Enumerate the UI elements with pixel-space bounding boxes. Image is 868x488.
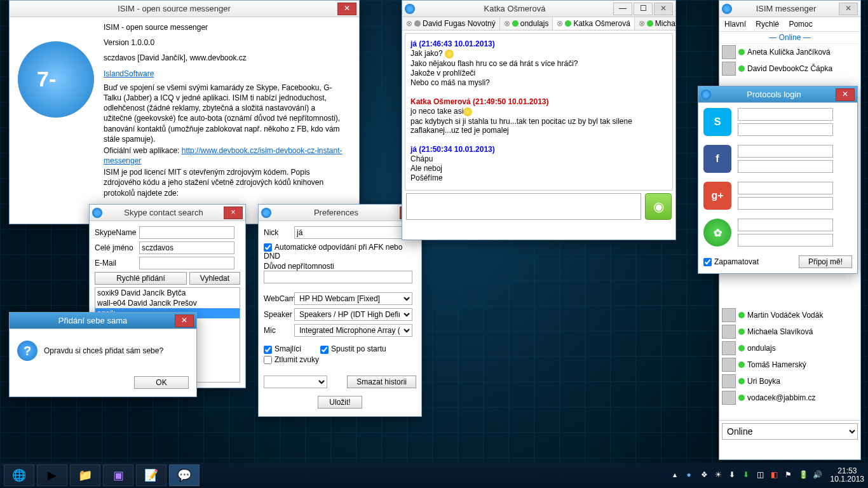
roster-titlebar[interactable]: ISIM messenger ✕	[719, 1, 860, 17]
save-button[interactable]: Uložit!	[318, 396, 362, 409]
chat-input[interactable]	[406, 193, 641, 220]
close-icon[interactable]: ✕	[839, 3, 858, 15]
minimize-icon[interactable]: —	[613, 3, 632, 15]
taskbar-media[interactable]: ▶	[37, 464, 67, 486]
chat-tab[interactable]: ⊗Katka Ošmerová	[553, 17, 634, 30]
contact-row[interactable]: David DevbookCz Čápka	[719, 60, 860, 77]
label-smiles: Smajlíci	[275, 344, 301, 353]
tab-label: David Fugas Novotný	[423, 19, 496, 28]
tray-icon[interactable]: ▴	[673, 470, 683, 480]
search-result-row[interactable]: wall-e04 David Jancik Prešov	[95, 298, 240, 308]
search-result-row[interactable]: soxik9 David Jancík Bytča	[95, 288, 240, 298]
menu-help[interactable]: Pomoc	[789, 20, 812, 29]
contact-row[interactable]: ondulajs	[719, 340, 860, 356]
tray-volume-icon[interactable]: 🔊	[813, 470, 823, 480]
tray-icon[interactable]: ●	[687, 470, 697, 480]
prefs-window: Preferences × Nick Automatické odpovídán…	[258, 204, 422, 417]
smile-emoji	[463, 107, 472, 116]
send-button[interactable]: ◉	[645, 193, 672, 220]
contact-row[interactable]: Michaela Slavíková	[719, 323, 860, 340]
skype-pass-input[interactable]	[738, 123, 833, 136]
menu-quick[interactable]: Rychlé	[756, 20, 779, 29]
contact-row[interactable]: Aneta Kulička Jančíková	[719, 44, 860, 60]
about-titlebar[interactable]: ISIM - open source messenger ✕	[10, 1, 359, 17]
tab-close-icon[interactable]: ⊗	[406, 19, 412, 28]
nick-input[interactable]	[294, 226, 411, 239]
app-logo: 7-	[18, 41, 94, 118]
chat-tab[interactable]: ⊗Michaela S	[635, 17, 675, 30]
quick-add-button[interactable]: Rychlé přidání	[95, 272, 187, 285]
tab-close-icon[interactable]: ⊗	[504, 19, 510, 28]
menu-main[interactable]: Hlavní	[724, 20, 746, 29]
taskbar-notepad[interactable]: 📝	[136, 464, 166, 486]
contact-row[interactable]: Tomáš Hamerský	[719, 356, 860, 373]
tray-icon[interactable]: ⚑	[785, 470, 795, 480]
email-input[interactable]	[139, 257, 234, 269]
prefs-titlebar[interactable]: Preferences ×	[259, 205, 421, 221]
close-icon[interactable]: ×	[224, 207, 243, 219]
fb-user-input[interactable]	[738, 145, 833, 158]
contact-name: ondulajs	[747, 344, 776, 353]
tray-icon[interactable]: ◫	[757, 470, 767, 480]
chat-tab[interactable]: ⊗ondulajs	[500, 17, 553, 30]
contact-row[interactable]: Uri Boyka	[719, 373, 860, 390]
taskbar-vs[interactable]: ▣	[103, 464, 133, 486]
contact-row[interactable]: Martin Vodáček Vodák	[719, 307, 860, 323]
speaker-select[interactable]: Speakers / HP (IDT High Definition	[294, 308, 412, 321]
close-icon[interactable]: ✕	[337, 3, 356, 15]
chat-titlebar[interactable]: Katka Ošmerová — ☐ ✕	[402, 1, 675, 17]
mic-select[interactable]: Integrated Microphone Array (IDT H	[294, 324, 412, 337]
icq-pass-input[interactable]	[738, 234, 833, 247]
tray-icon[interactable]: ☀	[715, 470, 725, 480]
smiles-checkbox[interactable]	[264, 346, 272, 354]
close-icon[interactable]: ✕	[654, 3, 673, 15]
online-group-header[interactable]: — Online —	[719, 32, 860, 44]
close-icon[interactable]: ✕	[175, 315, 194, 327]
roster-menu: Hlavní Rychlé Pomoc	[719, 17, 860, 32]
search-button[interactable]: Vyhledat	[189, 272, 240, 285]
remember-checkbox[interactable]	[703, 258, 712, 266]
taskbar-clock[interactable]: 21:53 10.1.2013	[831, 467, 864, 484]
skypename-input[interactable]	[139, 226, 234, 239]
mute-checkbox[interactable]	[264, 356, 272, 364]
about-link-island[interactable]: IslandSoftware	[104, 69, 154, 78]
connect-button[interactable]: Připoj mě!	[799, 255, 852, 268]
login-title: Protocols login	[714, 90, 834, 99]
taskbar-isim[interactable]: 💬	[169, 464, 200, 486]
fullname-input[interactable]	[139, 241, 234, 254]
history-select[interactable]	[264, 376, 327, 388]
status-dot	[414, 20, 421, 27]
clear-history-button[interactable]: Smazat historii	[347, 376, 416, 388]
login-titlebar[interactable]: Protocols login ✕	[698, 86, 857, 103]
chat-tab[interactable]: ⊗David Fugas Novotný	[402, 17, 500, 30]
tab-close-icon[interactable]: ⊗	[557, 19, 563, 28]
skype-icon: S	[703, 108, 731, 136]
taskbar-explorer[interactable]: 📁	[70, 464, 100, 486]
fb-pass-input[interactable]	[738, 160, 833, 173]
reason-input[interactable]	[264, 271, 412, 283]
auto-reply-checkbox[interactable]	[264, 243, 272, 252]
gplus-user-input[interactable]	[738, 182, 833, 194]
addself-titlebar[interactable]: Přidání sebe sama ✕	[10, 313, 196, 329]
about-heading: ISIM - open source messenger	[104, 22, 344, 32]
startup-checkbox[interactable]	[320, 346, 329, 354]
status-select[interactable]: Online	[722, 423, 858, 440]
tray-icon[interactable]: ◧	[771, 470, 781, 480]
tab-close-icon[interactable]: ⊗	[639, 19, 645, 28]
taskbar-chrome[interactable]: 🌐	[4, 464, 34, 486]
search-titlebar[interactable]: Skype contact search ×	[90, 205, 245, 221]
tray-battery-icon[interactable]: 🔋	[799, 470, 809, 480]
skype-user-input[interactable]	[738, 108, 833, 121]
icq-icon: ✿	[703, 219, 731, 247]
icq-user-input[interactable]	[738, 219, 833, 231]
gplus-pass-input[interactable]	[738, 197, 833, 210]
label-mute: Ztlumit zvuky	[275, 355, 319, 364]
webcam-select[interactable]: HP HD Webcam [Fixed]	[294, 292, 412, 305]
maximize-icon[interactable]: ☐	[634, 3, 653, 15]
tray-icon[interactable]: ⬇	[743, 470, 753, 480]
close-icon[interactable]: ✕	[836, 88, 855, 101]
addself-ok-button[interactable]: OK	[134, 376, 189, 389]
contact-row[interactable]: vodacek@jabbim.cz	[719, 390, 860, 406]
tray-icon[interactable]: ⬇	[729, 470, 739, 480]
tray-icon[interactable]: ❖	[701, 470, 711, 480]
